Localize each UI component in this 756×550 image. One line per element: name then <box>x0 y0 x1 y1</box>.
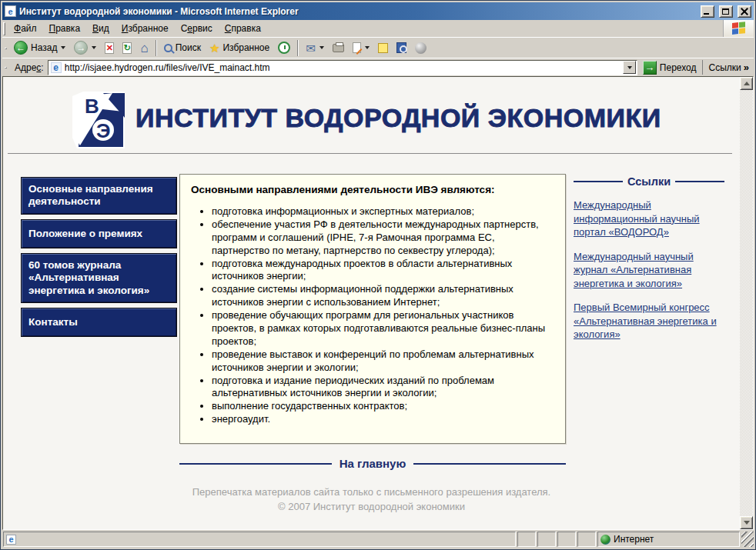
edit-button[interactable] <box>349 41 373 55</box>
messenger-button[interactable] <box>411 41 430 55</box>
edit-icon <box>353 42 361 53</box>
activity-bullet: энергоаудит. <box>212 413 554 426</box>
external-link-isjaee-journal[interactable]: Международный научный журнал «Альтернати… <box>574 250 724 291</box>
activity-bullet: выполнение государственных контрактов; <box>212 400 554 413</box>
ie-favicon: e <box>51 62 62 73</box>
stop-button[interactable]: ✕ <box>101 41 118 55</box>
home-page-link[interactable]: На главную <box>340 457 406 470</box>
print-icon <box>333 44 344 52</box>
web-page: В Э ИНСТИТУТ ВОДОРОДНОЙ ЭКОНОМИКИ Основн… <box>3 77 740 529</box>
close-button[interactable] <box>738 5 751 18</box>
home-link-line <box>413 463 566 465</box>
links-panel-title: Ссылки <box>627 175 671 188</box>
back-button[interactable]: ← Назад <box>10 39 69 56</box>
status-panel <box>517 532 536 547</box>
links-toolbar[interactable]: Ссылки » <box>702 60 752 75</box>
activity-bullet: подготовка и издание периодических издан… <box>212 375 554 401</box>
activity-bullet: подготовка информационных и экспертных м… <box>212 205 554 218</box>
activities-heading: Основными направлениями деятельности ИВЭ… <box>191 184 554 195</box>
go-button[interactable]: → Переход <box>641 61 698 75</box>
mail-icon: ✉ <box>306 42 316 54</box>
discuss-note-icon <box>378 43 388 53</box>
menu-favorites[interactable]: Избранное <box>115 21 175 36</box>
windows-logo <box>723 20 754 37</box>
back-dropdown-icon[interactable] <box>61 46 65 49</box>
menu-tools[interactable]: Сервис <box>175 21 219 36</box>
browser-window: e Институт водородной экономики - Micros… <box>0 0 756 550</box>
messenger-sphere-icon <box>415 42 427 54</box>
home-link-row: На главную <box>179 457 566 470</box>
window-title: Институт водородной экономики - Microsof… <box>19 6 696 17</box>
nav-prize-regulations[interactable]: Положение о премиях <box>21 219 177 248</box>
external-link-hydrogen-portal[interactable]: Международный информационный научный пор… <box>574 198 724 239</box>
title-bar: e Институт водородной экономики - Micros… <box>2 2 754 20</box>
back-icon: ← <box>14 41 28 55</box>
links-chevron-icon: » <box>744 62 749 73</box>
home-button[interactable]: ⌂ <box>136 40 152 56</box>
activity-bullet: обеспечение участия РФ в деятельности ме… <box>212 218 554 258</box>
home-link-line <box>179 463 332 465</box>
svg-text:Э: Э <box>96 119 111 142</box>
status-bar: e Интернет <box>2 530 754 548</box>
main-content-box: Основными направлениями деятельности ИВЭ… <box>179 174 566 444</box>
history-clock-icon <box>278 42 290 54</box>
ive-logo: В Э <box>72 92 125 148</box>
toolbar-grip[interactable] <box>5 48 7 49</box>
nav-main-activities[interactable]: Основные направления деятельности <box>21 177 177 215</box>
back-label: Назад <box>31 42 57 53</box>
links-title-line <box>574 181 623 182</box>
windows-flag-icon <box>732 22 746 35</box>
address-dropdown-button[interactable] <box>623 61 636 74</box>
nav-contacts[interactable]: Контакты <box>21 308 177 337</box>
activity-bullet: создание системы информационной поддержк… <box>212 283 554 309</box>
go-label: Переход <box>660 62 697 73</box>
search-button[interactable]: Поиск <box>160 41 205 55</box>
edit-dropdown-icon[interactable] <box>365 46 370 49</box>
search-icon <box>164 44 172 52</box>
forward-button[interactable]: → <box>70 39 100 56</box>
stop-icon: ✕ <box>105 42 114 54</box>
menu-file[interactable]: Файл <box>8 21 43 36</box>
status-zone-panel: Интернет <box>597 532 740 547</box>
status-panel <box>537 532 556 547</box>
history-button[interactable] <box>274 40 294 55</box>
research-button[interactable] <box>393 41 410 55</box>
favorites-button[interactable]: ★ Избранное <box>206 41 273 55</box>
scrollbar-track[interactable] <box>740 90 753 516</box>
menu-edit[interactable]: Правка <box>43 21 87 36</box>
home-icon: ⌂ <box>140 42 148 55</box>
address-input[interactable]: e http://isjaee.hydrogen.ru/files/ive/IV… <box>48 60 637 75</box>
internet-zone-label: Интернет <box>614 534 654 545</box>
external-link-world-congress[interactable]: Первый Всемирный конгресс «Альтернативна… <box>574 301 724 342</box>
forward-dropdown-icon[interactable] <box>92 46 96 49</box>
nav-journal-volumes[interactable]: 60 томов журнала «Альтернативная энергет… <box>21 253 177 303</box>
mail-dropdown-icon[interactable] <box>319 46 324 49</box>
addressbar-grip[interactable] <box>5 67 7 68</box>
go-arrow-icon: → <box>643 61 657 75</box>
forward-icon: → <box>74 41 88 55</box>
minimize-button[interactable] <box>701 5 714 18</box>
mail-button[interactable]: ✉ <box>302 41 328 55</box>
refresh-button[interactable]: ↻ <box>119 41 135 55</box>
scroll-down-button[interactable] <box>740 516 753 529</box>
scroll-up-button[interactable] <box>740 77 753 90</box>
menu-help[interactable]: Справка <box>219 21 267 36</box>
address-bar: Адрес: e http://isjaee.hydrogen.ru/files… <box>2 58 754 76</box>
header-divider <box>8 153 732 154</box>
activity-bullet: проведение обучающих программ для регион… <box>212 309 554 348</box>
links-title-line <box>675 181 724 182</box>
activity-bullet: проведение выставок и конференций по про… <box>212 348 554 375</box>
discuss-button[interactable] <box>374 42 392 55</box>
window-resize-grip[interactable] <box>741 532 754 547</box>
favorites-label: Избранное <box>222 42 269 53</box>
site-title: ИНСТИТУТ ВОДОРОДНОЙ ЭКОНОМИКИ <box>135 103 661 133</box>
page-footer: Перепечатка материалов сайта только с пи… <box>3 485 740 515</box>
vertical-scrollbar[interactable] <box>740 77 753 529</box>
maximize-button[interactable] <box>719 5 733 18</box>
status-panel <box>557 532 576 547</box>
menu-view[interactable]: Вид <box>86 21 115 36</box>
address-url: http://isjaee.hydrogen.ru/files/ive/IVE_… <box>65 62 620 73</box>
menubar-grip[interactable] <box>3 22 5 35</box>
left-navigation: Основные направления деятельности Положе… <box>21 177 177 337</box>
print-button[interactable] <box>329 42 348 54</box>
